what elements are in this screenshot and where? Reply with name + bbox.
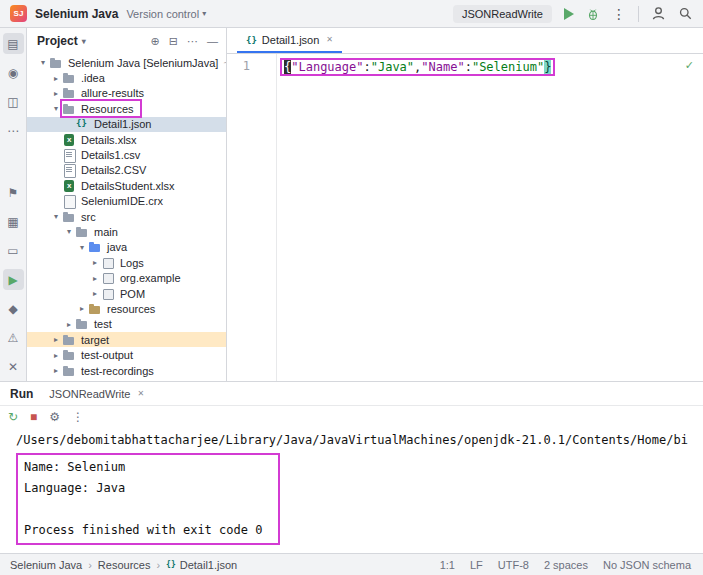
tree-row[interactable]: Details1.csv — [27, 147, 226, 162]
encoding-indicator[interactable]: UTF-8 — [498, 559, 529, 571]
hide-icon[interactable]: — — [207, 35, 218, 48]
tree-row[interactable]: ▾main — [27, 224, 226, 239]
locate-icon[interactable]: ⊕ — [151, 35, 160, 48]
close-icon[interactable]: ✕ — [326, 35, 333, 44]
breadcrumb-item[interactable]: {}Detail1.json — [166, 559, 237, 571]
run-tool-window-title[interactable]: Run — [10, 387, 33, 401]
problems-icon[interactable]: ⚠ — [3, 327, 24, 348]
chevron-down-icon[interactable]: ▾ — [76, 243, 88, 252]
tree-item-label: SeleniumIDE.crx — [81, 195, 163, 207]
chevron-right-icon[interactable]: ▸ — [50, 335, 62, 344]
more-icon[interactable]: ⋯ — [3, 120, 24, 141]
search-button[interactable] — [678, 6, 693, 21]
tree-row[interactable]: ▸resources — [27, 301, 226, 316]
tree-item-label: Logs — [120, 257, 144, 269]
chevron-right-icon[interactable]: ▸ — [50, 366, 62, 375]
run-button[interactable] — [564, 8, 574, 20]
tree-row[interactable]: ▾java — [27, 240, 226, 255]
tree-row[interactable]: ▸test — [27, 317, 226, 332]
more-vertical-icon[interactable]: ⋮ — [72, 410, 84, 424]
chevron-down-icon[interactable]: ▾ — [50, 212, 62, 221]
tree-row[interactable]: ▸POM — [27, 286, 226, 301]
editor-body[interactable]: 1 {"Language":"Java","Name":"Selenium"} … — [227, 54, 703, 381]
close-icon[interactable]: ✕ — [137, 389, 144, 398]
tree-row[interactable]: ▸.idea — [27, 70, 226, 85]
tree-item: Details1.csv — [62, 148, 140, 163]
settings-icon[interactable]: ⚙ — [49, 410, 60, 424]
tree-item: Resources — [62, 101, 140, 116]
project-view-label: Project — [37, 34, 78, 48]
chevron-right-icon[interactable]: ▸ — [63, 320, 75, 329]
vcs-menu[interactable]: Version control ▾ — [126, 8, 206, 20]
json-schema-indicator[interactable]: No JSON schema — [603, 559, 691, 571]
terminal-icon[interactable]: ▭ — [3, 240, 24, 261]
console-output-box: Name: SeleniumLanguage: Java Process fin… — [16, 453, 280, 545]
trash-icon[interactable]: ✕ — [3, 356, 24, 377]
code-line[interactable]: {"Language":"Java","Name":"Selenium"} — [284, 60, 551, 74]
tree-row[interactable]: ▾src — [27, 209, 226, 224]
project-name[interactable]: Selenium Java — [35, 7, 118, 21]
project-icon[interactable]: ▤ — [3, 33, 24, 54]
debug-button[interactable] — [586, 7, 600, 21]
line-separator-indicator[interactable]: LF — [470, 559, 483, 571]
tree-row[interactable]: Detail1.json — [27, 117, 226, 132]
tree-row[interactable]: DetailsStudent.xlsx — [27, 178, 226, 193]
chevron-right-icon[interactable]: ▸ — [89, 289, 101, 298]
tree-row[interactable]: Details.xlsx — [27, 132, 226, 147]
chevron-down-icon[interactable]: ▾ — [37, 58, 49, 67]
tree-item-label: main — [94, 226, 118, 238]
tree-row[interactable]: ▸Logs — [27, 255, 226, 270]
tree-row[interactable]: Details2.CSV — [27, 163, 226, 178]
chevron-right-icon[interactable]: ▸ — [76, 304, 88, 313]
play-icon — [564, 8, 574, 20]
tree-row[interactable]: ▸org.example — [27, 270, 226, 285]
chevron-right-icon[interactable]: ▸ — [50, 89, 62, 98]
chevron-down-icon[interactable]: ▾ — [50, 104, 62, 113]
bookmarks-icon[interactable]: ⚑ — [3, 182, 24, 203]
chevron-right-icon[interactable]: ▸ — [89, 258, 101, 267]
chevron-right-icon[interactable]: ▸ — [89, 274, 101, 283]
run-config-selector[interactable]: JSONReadWrite — [453, 5, 552, 23]
profile-button[interactable] — [651, 6, 666, 21]
tree-row[interactable]: ▸allure-results — [27, 86, 226, 101]
vcs-label: Version control — [126, 8, 199, 20]
run-panel: Run JSONReadWrite ✕ ↻■⚙⋮ /Users/debomita… — [0, 381, 703, 553]
inspection-ok-icon[interactable]: ✓ — [685, 59, 694, 72]
more-options-icon[interactable]: ⋮ — [612, 6, 626, 22]
code-token: } — [544, 60, 551, 74]
structure-icon[interactable]: ◫ — [3, 91, 24, 112]
project-avatar[interactable]: SJ — [10, 5, 27, 22]
tree-row[interactable]: ▸test-recordings — [27, 363, 226, 378]
chevron-right-icon[interactable]: ▸ — [50, 351, 62, 360]
console[interactable]: /Users/debomitabhattacharjee/Library/Jav… — [0, 428, 703, 553]
rerun-icon[interactable]: ↻ — [8, 410, 18, 424]
breadcrumb-item[interactable]: Resources — [98, 559, 151, 571]
indent-indicator[interactable]: 2 spaces — [544, 559, 588, 571]
tree-row[interactable]: ▸test-output — [27, 347, 226, 362]
rail-top: ▤◉◫⋯ — [3, 33, 24, 141]
chevron-right-icon[interactable]: ▸ — [50, 74, 62, 83]
run-icon[interactable]: ▶ — [3, 269, 24, 290]
tree-row[interactable]: ▸target — [27, 332, 226, 347]
tree-item-path: ~/IdeaProj... — [223, 57, 226, 69]
chevron-down-icon[interactable]: ▾ — [63, 227, 75, 236]
more-horizontal-icon[interactable]: ⋯ — [187, 35, 198, 48]
commit-icon[interactable]: ◉ — [3, 62, 24, 83]
breadcrumb: Selenium Java›Resources›{}Detail1.json — [10, 559, 237, 571]
title-bar-actions: JSONReadWrite ⋮ — [453, 5, 693, 23]
tree-row[interactable]: SeleniumIDE.crx — [27, 194, 226, 209]
tree-row[interactable]: ▾Resources — [27, 101, 226, 116]
breadcrumb-item[interactable]: Selenium Java — [10, 559, 82, 571]
collapse-all-icon[interactable]: ⊟ — [169, 35, 178, 48]
tree-item: src — [62, 209, 96, 224]
editor-tab[interactable]: {} Detail1.json ✕ — [237, 28, 342, 53]
packages-icon[interactable]: ▦ — [3, 211, 24, 232]
caret-position[interactable]: 1:1 — [440, 559, 455, 571]
json-icon: {} — [246, 35, 257, 45]
debug-icon[interactable]: ◆ — [3, 298, 24, 319]
project-view-dropdown[interactable]: Project ▾ — [37, 34, 86, 48]
tree-row[interactable]: ▾Selenium Java [SeleniumJava]~/IdeaProj.… — [27, 55, 226, 70]
code-area[interactable]: {"Language":"Java","Name":"Selenium"} — [277, 54, 703, 381]
stop-icon[interactable]: ■ — [30, 410, 37, 424]
run-tab[interactable]: JSONReadWrite ✕ — [45, 382, 148, 406]
